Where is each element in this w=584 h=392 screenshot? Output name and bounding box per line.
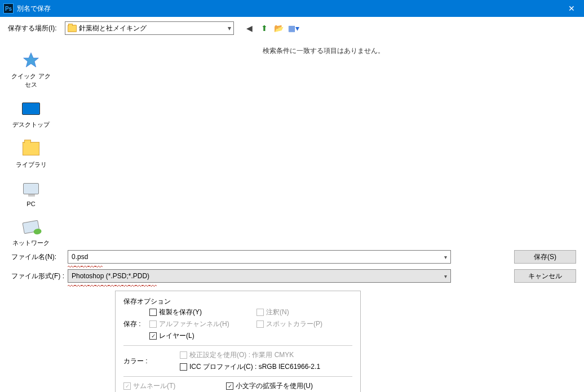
pc-icon (21, 179, 41, 198)
places-bar: クイック アクセス デスクトップ ライブラリ PC ネットワーク (0, 39, 62, 248)
alpha-label: アルファチャンネル(H) (159, 319, 229, 329)
save-options-panel: 保存オプション 保存 : 複製を保存(Y) 注釈(N) アルファチャンネル(H)… (115, 291, 361, 392)
filename-label: ファイル名(N): (11, 252, 68, 262)
layers-label: レイヤー(L) (159, 331, 194, 341)
format-label: ファイル形式(F) : (11, 271, 68, 281)
desktop-icon (21, 99, 41, 118)
new-folder-button[interactable]: 📂 (273, 23, 285, 34)
chevron-down-icon: ▾ (228, 24, 231, 32)
svg-marker-0 (24, 53, 39, 67)
place-label: PC (26, 201, 35, 207)
proof-label: 校正設定を使用(O) : 作業用 CMYK (189, 350, 294, 360)
place-label: クイック アクセス (8, 72, 54, 89)
spot-label: スポットカラー(P) (266, 319, 322, 329)
place-label: ネットワーク (12, 239, 50, 247)
lowercase-label: 小文字の拡張子を使用(U) (236, 381, 313, 391)
format-value: Photoshop (*.PSD;*.PDD) (72, 272, 444, 280)
thumbnail-checkbox: サムネール(T) (123, 381, 175, 391)
cancel-button[interactable]: キャンセル (514, 269, 576, 283)
views-button[interactable]: ▦▾ (288, 23, 299, 34)
current-folder-name: 針葉樹と社メイキング (79, 24, 228, 33)
chevron-down-icon[interactable]: ▾ (444, 273, 447, 279)
place-quick-access[interactable]: クイック アクセス (8, 51, 54, 89)
proof-checkbox: 校正設定を使用(O) : 作業用 CMYK (180, 350, 320, 360)
annotations-checkbox: 注釈(N) (256, 308, 352, 317)
photoshop-icon: Ps (3, 3, 14, 14)
alpha-checkbox: アルファチャンネル(H) (149, 319, 245, 329)
place-pc[interactable]: PC (8, 179, 54, 207)
filename-value: 0.psd (72, 253, 444, 261)
back-button[interactable]: ◀ (244, 23, 255, 34)
place-libraries[interactable]: ライブラリ (8, 139, 54, 169)
toolbar: 保存する場所(I): 針葉樹と社メイキング ▾ ◀ ⬆ 📂 ▦▾ (0, 17, 584, 39)
star-icon (21, 51, 41, 70)
lookin-combo[interactable]: 針葉樹と社メイキング ▾ (65, 21, 234, 35)
options-title: 保存オプション (123, 297, 352, 306)
lowercase-checkbox[interactable]: 小文字の拡張子を使用(U) (226, 381, 313, 391)
icc-label: ICC プロファイル(C) : sRGB IEC61966-2.1 (189, 362, 320, 372)
copy-checkbox[interactable]: 複製を保存(Y) (149, 308, 245, 317)
up-button[interactable]: ⬆ (259, 23, 270, 34)
thumbnail-label: サムネール(T) (133, 381, 175, 391)
copy-label: 複製を保存(Y) (159, 308, 202, 317)
divider (123, 345, 352, 346)
save-section-label: 保存 : (123, 319, 149, 329)
annotations-label: 注釈(N) (266, 308, 289, 317)
network-icon (21, 217, 41, 237)
empty-message: 検索条件に一致する項目はありません。 (63, 46, 584, 56)
layers-checkbox[interactable]: レイヤー(L) (149, 331, 245, 341)
file-list[interactable]: 検索条件に一致する項目はありません。 (62, 39, 584, 248)
place-label: ライブラリ (16, 161, 47, 169)
divider (123, 376, 352, 377)
lookin-label: 保存する場所(I): (8, 24, 57, 33)
folder-icon (68, 25, 77, 32)
spot-checkbox: スポットカラー(P) (256, 319, 352, 329)
window-title: 別名で保存 (17, 4, 559, 14)
color-section-label: カラー : (123, 357, 180, 366)
titlebar: Ps 別名で保存 ✕ (0, 0, 584, 17)
save-button[interactable]: 保存(S) (514, 250, 576, 264)
format-select[interactable]: Photoshop (*.PSD;*.PDD) ▾ (68, 269, 451, 283)
place-desktop[interactable]: デスクトップ (8, 99, 54, 129)
chevron-down-icon[interactable]: ▾ (444, 254, 447, 260)
annotation-underline: 〰〰〰〰〰〰〰〰〰〰〰〰〰 (68, 282, 156, 291)
icc-checkbox[interactable]: ICC プロファイル(C) : sRGB IEC61966-2.1 (180, 362, 320, 372)
libraries-icon (21, 139, 41, 158)
filename-input[interactable]: 0.psd ▾ (68, 250, 451, 264)
close-button[interactable]: ✕ (559, 0, 584, 17)
place-label: デスクトップ (12, 121, 50, 129)
place-network[interactable]: ネットワーク (8, 217, 54, 247)
